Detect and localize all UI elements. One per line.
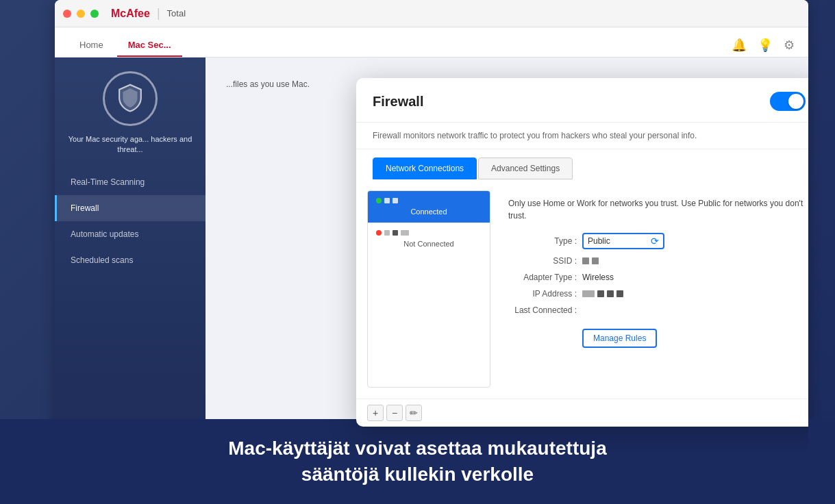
connected-dot — [376, 198, 382, 203]
nav-icons: 🔔 💡 ⚙ — [732, 38, 795, 57]
sidebar-item-realtime[interactable]: Real-Time Scanning — [55, 169, 205, 195]
modal-tabs: Network Connections Advanced Settings — [356, 149, 808, 179]
ip-label: IP Address : — [508, 289, 577, 299]
minimize-button[interactable] — [77, 10, 85, 18]
main-window: McAfee | Total Home Mac Sec... 🔔 💡 ⚙ You… — [55, 0, 808, 452]
network-rect-2 — [392, 198, 398, 203]
app-logo: McAfee | Total — [111, 6, 186, 21]
remove-network-button[interactable]: − — [386, 405, 403, 421]
ssid-label: SSID : — [508, 256, 577, 266]
firewall-toggle[interactable] — [770, 92, 806, 111]
mcafee-brand: McAfee — [111, 8, 150, 20]
close-button[interactable] — [63, 10, 71, 18]
modal-subtitle: Firewall monitors network traffic to pro… — [356, 123, 808, 149]
title-bar: McAfee | Total — [55, 0, 808, 27]
sidebar-item-updates[interactable]: Automatic updates — [55, 221, 205, 247]
product-name: Total — [167, 8, 186, 18]
bell-icon[interactable]: 🔔 — [732, 38, 747, 53]
type-arrow-icon: ⟳ — [651, 236, 659, 247]
maximize-button[interactable] — [90, 10, 99, 18]
network-list-panel: Connected Not Connected — [367, 190, 490, 388]
firewall-modal: Firewall Firewall monitors network traff… — [356, 78, 808, 427]
right-content-text: ...files as you use Mac. — [219, 71, 356, 97]
network-item-connected[interactable]: Connected — [368, 191, 490, 223]
ip-block-4 — [616, 290, 623, 297]
shield-icon-circle — [103, 71, 158, 126]
details-description: Only use Home or Work for networks you t… — [508, 197, 804, 222]
tab-advanced-settings[interactable]: Advanced Settings — [478, 158, 573, 179]
bottom-banner: Mac-käyttäjät voivat asettaa mukautettuj… — [0, 419, 835, 504]
right-content: ...files as you use Mac. Firewall Firewa… — [205, 58, 808, 452]
gear-icon[interactable]: ⚙ — [784, 38, 795, 53]
type-value: Public — [588, 236, 648, 246]
sidebar-status: Your Mac security aga... hackers and thr… — [55, 134, 205, 155]
sidebar-item-firewall[interactable]: Firewall — [55, 195, 205, 221]
ip-block-2 — [597, 290, 604, 297]
modal-title: Firewall — [373, 94, 423, 110]
ip-block-3 — [607, 290, 614, 297]
disconnected-dot — [376, 230, 382, 236]
sidebar: Your Mac security aga... hackers and thr… — [55, 58, 205, 452]
type-select[interactable]: Public ⟳ — [582, 233, 664, 249]
network-rect-4 — [392, 230, 398, 236]
last-connected-label: Last Connected : — [508, 305, 577, 315]
disconnected-label: Not Connected — [376, 240, 482, 248]
type-label: Type : — [508, 236, 577, 246]
manage-rules-button[interactable]: Manage Rules — [582, 329, 657, 348]
adapter-row: Adapter Type : Wireless — [508, 273, 804, 282]
type-row: Type : Public ⟳ — [508, 233, 804, 249]
network-item-disconnected[interactable]: Not Connected — [368, 223, 490, 255]
toggle-knob — [788, 94, 803, 109]
ssid-row: SSID : — [508, 256, 804, 266]
ip-value — [582, 290, 623, 297]
ip-block-1 — [582, 290, 595, 297]
network-rect-3 — [384, 230, 390, 236]
adapter-value: Wireless — [582, 273, 614, 282]
tab-home[interactable]: Home — [68, 34, 114, 57]
ssid-block-1 — [582, 257, 589, 264]
banner-text-line2: sääntöjä kullekin verkolle — [27, 462, 808, 488]
ssid-value — [582, 257, 599, 264]
logo-divider: | — [157, 6, 160, 21]
network-rect-5 — [401, 230, 409, 236]
edit-network-button[interactable]: ✏ — [406, 405, 422, 421]
banner-text-line1: Mac-käyttäjät voivat asettaa mukautettuj… — [27, 436, 808, 462]
sidebar-menu: Real-Time Scanning Firewall Automatic up… — [55, 169, 205, 273]
network-details: Only use Home or Work for networks you t… — [501, 190, 808, 388]
adapter-label: Adapter Type : — [508, 273, 577, 282]
modal-header: Firewall — [356, 78, 808, 123]
ssid-block-2 — [592, 257, 599, 264]
bulb-icon[interactable]: 💡 — [758, 38, 773, 53]
tab-mac-security[interactable]: Mac Sec... — [117, 34, 182, 57]
nav-bar: Home Mac Sec... 🔔 💡 ⚙ — [55, 27, 808, 58]
network-rect-1 — [384, 198, 390, 203]
modal-body: Connected Not Connected — [356, 179, 808, 399]
ip-row: IP Address : — [508, 289, 804, 299]
sidebar-item-scheduled[interactable]: Scheduled scans — [55, 247, 205, 273]
tab-network-connections[interactable]: Network Connections — [373, 158, 477, 179]
connected-label: Connected — [376, 207, 482, 216]
shield-svg — [115, 84, 145, 114]
last-connected-row: Last Connected : — [508, 305, 804, 315]
main-content: Your Mac security aga... hackers and thr… — [55, 58, 808, 452]
modal-footer: + − ✏ — [356, 399, 808, 427]
add-network-button[interactable]: + — [367, 405, 384, 421]
